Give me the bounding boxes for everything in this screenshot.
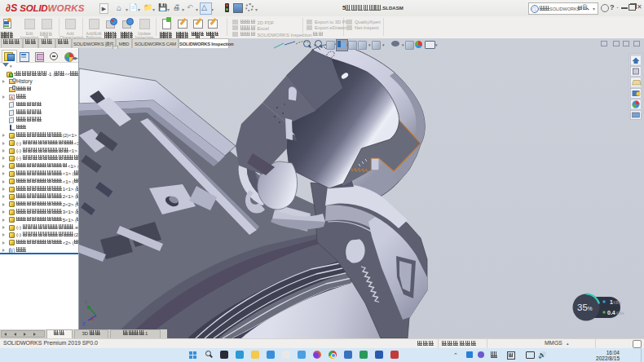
svg-text:Y: Y [84,300,87,305]
svg-text:Z: Z [82,321,86,326]
svg-text:0.4: 0.4 [607,310,615,316]
svg-text:KB/s: KB/s [614,301,622,305]
svg-text:KB/s: KB/s [616,311,624,316]
svg-text:1: 1 [610,299,613,305]
